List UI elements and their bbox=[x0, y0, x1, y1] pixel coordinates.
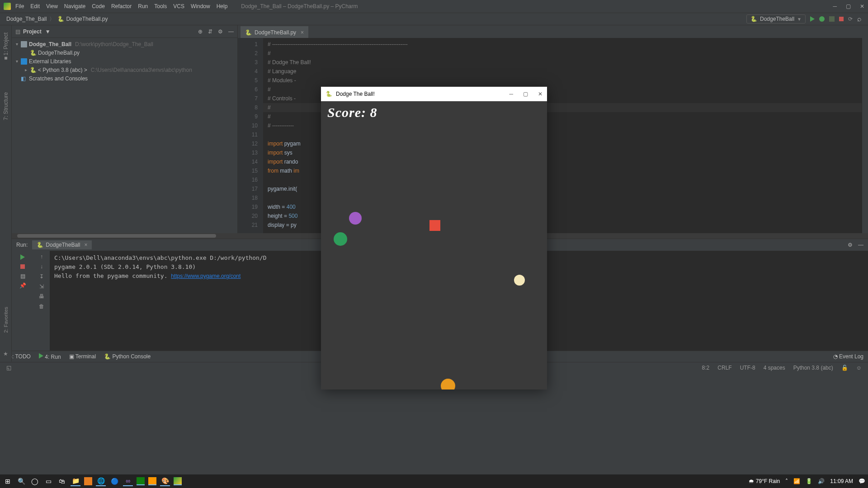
favorites-tool-tab[interactable]: 2: Favorites bbox=[3, 307, 9, 333]
menu-code[interactable]: Code bbox=[92, 3, 105, 9]
store-icon[interactable]: 🛍 bbox=[57, 476, 67, 486]
layout-icon[interactable]: ▤ bbox=[19, 272, 26, 280]
tool-windows-icon[interactable]: ◱ bbox=[6, 365, 11, 371]
run-config-selector[interactable]: 🐍 DodgeTheBall ▼ bbox=[746, 14, 806, 23]
rerun-icon[interactable] bbox=[20, 254, 25, 260]
menu-help[interactable]: Help bbox=[217, 3, 228, 9]
left-tool-strip-bottom: ★ 2: Favorites bbox=[0, 244, 12, 361]
close-tab-icon[interactable]: × bbox=[301, 29, 304, 36]
line-ending[interactable]: CRLF bbox=[717, 365, 731, 371]
editor-tab[interactable]: 🐍 DodgeTheBall.py × bbox=[241, 26, 308, 38]
run-icon[interactable] bbox=[810, 16, 815, 22]
pin-icon[interactable]: 📌 bbox=[19, 282, 26, 289]
run-tab[interactable]: 🐍 DodgeTheBall × bbox=[32, 240, 92, 249]
hide-icon[interactable]: — bbox=[858, 242, 863, 248]
chevron-right-icon: 〉 bbox=[49, 15, 55, 23]
menu-tools[interactable]: Tools bbox=[154, 3, 167, 9]
run-tab[interactable]: 4: Run bbox=[39, 353, 61, 360]
pygame-minimize-button[interactable]: ─ bbox=[509, 91, 513, 97]
tray-chevron-icon[interactable]: ˄ bbox=[785, 478, 788, 484]
event-log-tab[interactable]: ◔ Event Log bbox=[833, 353, 863, 360]
collapse-icon[interactable]: ⇵ bbox=[208, 28, 212, 35]
task-view-icon[interactable]: ◯ bbox=[30, 476, 40, 486]
pygame-maximize-button[interactable]: ▢ bbox=[523, 91, 528, 97]
vs-icon[interactable]: ∞ bbox=[123, 476, 133, 486]
tree-python-sdk[interactable]: < Python 3.8 (abc) > bbox=[38, 67, 87, 73]
run-config-name: DodgeTheBall bbox=[760, 16, 794, 22]
project-tree[interactable]: ▾Dodge_The_BallD:\work\python\Dodge_The_… bbox=[12, 38, 237, 84]
chevron-down-icon[interactable]: ▼ bbox=[45, 28, 51, 35]
pygame-title-bar[interactable]: 🐍 Dodge The Ball! ─ ▢ ✕ bbox=[321, 87, 547, 101]
xbox-icon[interactable] bbox=[137, 477, 145, 485]
edge-icon[interactable]: 🔵 bbox=[109, 476, 119, 486]
wifi-icon[interactable]: 📶 bbox=[793, 478, 800, 484]
wrap-icon[interactable]: ↧ bbox=[39, 273, 44, 280]
hide-icon[interactable]: — bbox=[228, 28, 234, 35]
game-ball-3 bbox=[441, 379, 455, 389]
print-icon[interactable]: 🖶 bbox=[39, 293, 44, 300]
stop-icon[interactable] bbox=[839, 17, 844, 21]
breadcrumb-root[interactable]: Dodge_The_Ball bbox=[6, 16, 47, 22]
search-icon[interactable] bbox=[857, 15, 862, 23]
soft-wrap-icon[interactable]: ⇲ bbox=[39, 283, 44, 290]
menu-run[interactable]: Run bbox=[138, 3, 148, 9]
maximize-button[interactable]: ▢ bbox=[846, 3, 851, 9]
target-icon[interactable]: ⊕ bbox=[198, 28, 203, 35]
menu-vcs[interactable]: VCS bbox=[173, 3, 184, 9]
tree-file[interactable]: DodgeTheBall.py bbox=[38, 50, 80, 56]
editor-scrollbar[interactable] bbox=[862, 38, 868, 233]
menu-window[interactable]: Window bbox=[191, 3, 210, 9]
notifications-icon[interactable]: 💬 bbox=[859, 478, 865, 484]
sublime-icon[interactable] bbox=[148, 477, 156, 485]
app2-icon[interactable]: 🎨 bbox=[160, 476, 170, 486]
search-icon[interactable]: 🔍 bbox=[16, 476, 26, 486]
app-icon[interactable] bbox=[84, 477, 92, 485]
debug-icon[interactable] bbox=[819, 16, 825, 22]
minimize-button[interactable]: ─ bbox=[833, 3, 837, 9]
star-icon[interactable]: ★ bbox=[3, 351, 8, 357]
clock[interactable]: 11:09 AM bbox=[830, 478, 853, 484]
pygame-link[interactable]: https://www.pygame.org/cont bbox=[171, 273, 241, 279]
tree-root[interactable]: Dodge_The_Ball bbox=[29, 41, 71, 47]
chrome-icon[interactable]: 🌐 bbox=[96, 476, 106, 486]
coverage-icon[interactable] bbox=[829, 16, 835, 22]
breadcrumb-file[interactable]: DodgeTheBall.py bbox=[66, 16, 108, 22]
battery-icon[interactable]: 🔋 bbox=[806, 478, 812, 484]
close-button[interactable]: ✕ bbox=[860, 3, 864, 9]
menu-edit[interactable]: Edit bbox=[30, 3, 40, 9]
tree-external-libs[interactable]: External Libraries bbox=[29, 58, 71, 65]
inspector-icon[interactable]: ☺ bbox=[856, 365, 862, 371]
menu-view[interactable]: View bbox=[46, 3, 58, 9]
menu-refactor[interactable]: Refactor bbox=[111, 3, 132, 9]
volume-icon[interactable]: 🔊 bbox=[818, 478, 825, 484]
encoding[interactable]: UTF-8 bbox=[740, 365, 755, 371]
project-tool-tab[interactable]: 1: Project bbox=[2, 30, 10, 62]
pygame-window[interactable]: 🐍 Dodge The Ball! ─ ▢ ✕ Score: 8 bbox=[321, 87, 547, 389]
interpreter[interactable]: Python 3.8 (abc) bbox=[793, 365, 833, 371]
python-console-tab[interactable]: 🐍 Python Console bbox=[104, 353, 151, 360]
vcs-icon[interactable]: ⟳ bbox=[848, 16, 853, 22]
terminal-tab[interactable]: ▣ Terminal bbox=[69, 353, 96, 360]
trash-icon[interactable]: 🗑 bbox=[39, 303, 44, 310]
settings-icon[interactable]: ⚙ bbox=[848, 242, 853, 248]
stop-icon[interactable] bbox=[20, 264, 25, 269]
menu-file[interactable]: File bbox=[15, 3, 24, 9]
indent[interactable]: 4 spaces bbox=[764, 365, 785, 371]
cortana-icon[interactable]: ▭ bbox=[43, 476, 53, 486]
settings-icon[interactable]: ⚙ bbox=[218, 28, 223, 35]
windows-taskbar[interactable]: ⊞ 🔍 ◯ ▭ 🛍 📁 🌐 🔵 ∞ 🎨 🌧 79°F Rain ˄ 📶 🔋 🔊 … bbox=[0, 474, 868, 488]
start-icon[interactable]: ⊞ bbox=[3, 476, 13, 486]
structure-tool-tab[interactable]: 7: Structure bbox=[2, 89, 10, 123]
down-icon[interactable]: ↓ bbox=[40, 263, 43, 270]
close-tab-icon[interactable]: × bbox=[84, 242, 87, 248]
pygame-canvas[interactable]: Score: 8 bbox=[321, 101, 547, 389]
menu-navigate[interactable]: Navigate bbox=[64, 3, 85, 9]
scrollbar-thumb[interactable] bbox=[17, 234, 216, 238]
tree-scratches[interactable]: Scratches and Consoles bbox=[29, 75, 88, 82]
pygame-close-button[interactable]: ✕ bbox=[538, 91, 542, 97]
lock-icon[interactable]: 🔓 bbox=[841, 365, 848, 371]
weather-widget[interactable]: 🌧 79°F Rain bbox=[749, 478, 780, 484]
pycharm-taskbar-icon[interactable] bbox=[174, 477, 182, 485]
up-icon[interactable]: ↑ bbox=[40, 253, 43, 260]
explorer-icon[interactable]: 📁 bbox=[71, 476, 80, 486]
